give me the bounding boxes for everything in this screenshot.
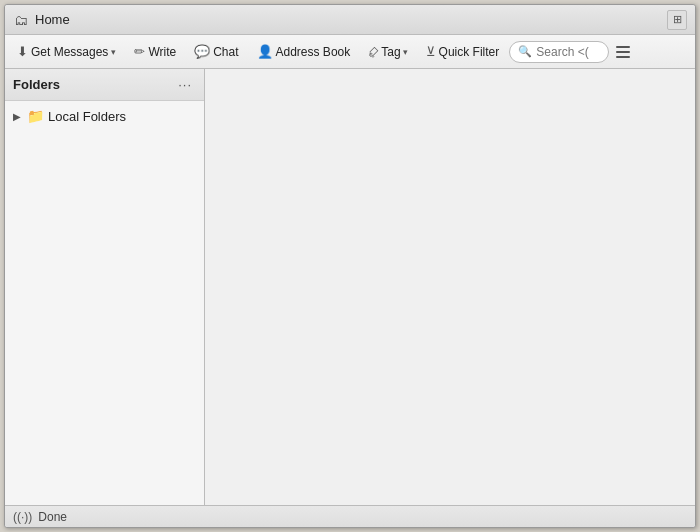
window-action-btn[interactable]: ⊞ xyxy=(667,10,687,30)
toolbar: ⬇ Get Messages ▾ ✏ Write 💬 Chat 👤 Addres… xyxy=(5,35,695,69)
status-bar: ((·)) Done xyxy=(5,505,695,527)
search-box[interactable]: 🔍 xyxy=(509,41,609,63)
tag-dropdown-icon: ▾ xyxy=(403,47,408,57)
write-icon: ✏ xyxy=(134,44,145,59)
search-icon: 🔍 xyxy=(518,45,532,58)
window-title: Home xyxy=(35,12,661,27)
get-messages-dropdown-icon: ▾ xyxy=(111,47,116,57)
chat-label: Chat xyxy=(213,45,238,59)
sidebar: Folders ··· ▶ 📁 Local Folders xyxy=(5,69,205,505)
sidebar-menu-dots: ··· xyxy=(178,77,192,92)
write-button[interactable]: ✏ Write xyxy=(126,39,184,65)
hamburger-menu-button[interactable] xyxy=(611,41,635,63)
tag-icon: 🏷 xyxy=(366,43,382,59)
quick-filter-icon: ⊻ xyxy=(426,44,436,59)
main-window: 🗂 Home ⊞ ⬇ Get Messages ▾ ✏ Write 💬 Chat… xyxy=(4,4,696,528)
quick-filter-label: Quick Filter xyxy=(439,45,500,59)
tag-button[interactable]: 🏷 Tag ▾ xyxy=(360,39,415,65)
search-input[interactable] xyxy=(536,45,606,59)
title-icon: 🗂 xyxy=(13,12,29,28)
status-icon: ((·)) xyxy=(13,510,32,524)
hamburger-line-2 xyxy=(616,51,630,53)
content-area xyxy=(205,69,695,505)
main-area: Folders ··· ▶ 📁 Local Folders xyxy=(5,69,695,505)
sidebar-header: Folders ··· xyxy=(5,69,204,101)
folder-name: Local Folders xyxy=(48,109,126,124)
write-label: Write xyxy=(148,45,176,59)
address-book-label: Address Book xyxy=(276,45,351,59)
get-messages-icon: ⬇ xyxy=(17,44,28,59)
get-messages-label: Get Messages xyxy=(31,45,108,59)
quick-filter-button[interactable]: ⊻ Quick Filter xyxy=(418,39,508,65)
folder-expand-arrow: ▶ xyxy=(13,111,23,122)
hamburger-line-3 xyxy=(616,56,630,58)
chat-icon: 💬 xyxy=(194,44,210,59)
folder-list: ▶ 📁 Local Folders xyxy=(5,101,204,505)
hamburger-line-1 xyxy=(616,46,630,48)
chat-button[interactable]: 💬 Chat xyxy=(186,39,246,65)
sidebar-menu-button[interactable]: ··· xyxy=(174,75,196,94)
sidebar-title: Folders xyxy=(13,77,60,92)
folder-icon: 📁 xyxy=(27,108,44,124)
status-text: Done xyxy=(38,510,67,524)
tag-label: Tag xyxy=(381,45,400,59)
list-item[interactable]: ▶ 📁 Local Folders xyxy=(5,105,204,127)
address-book-icon: 👤 xyxy=(257,44,273,59)
title-bar: 🗂 Home ⊞ xyxy=(5,5,695,35)
get-messages-button[interactable]: ⬇ Get Messages ▾ xyxy=(9,39,124,65)
address-book-button[interactable]: 👤 Address Book xyxy=(249,39,359,65)
